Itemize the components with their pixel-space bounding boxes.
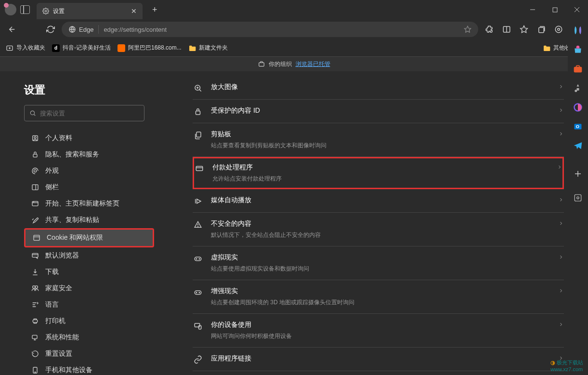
telegram-icon[interactable] [573,141,583,151]
svg-point-54 [196,292,197,293]
row-title: 付款处理程序 [212,163,549,172]
row-desc: 站点要查看复制到剪贴板的文本和图像时询问 [211,142,550,150]
nav-item-0[interactable]: 个人资料 [24,130,154,146]
nav-icon [31,151,39,158]
nav-item-7[interactable]: 默认浏览器 [24,247,154,264]
setting-row-8[interactable]: 你的设备使用网站可询问你何时积极使用设备 [193,314,564,348]
chevron-right-icon [558,84,564,90]
nav-item-1[interactable]: 隐私、搜索和服务 [24,146,154,163]
svg-point-51 [196,259,197,259]
tab-actions-icon[interactable] [20,5,30,14]
setting-row-9[interactable]: 应用程序链接 [193,348,564,371]
favorites-icon[interactable] [516,21,532,38]
row-icon [194,164,205,173]
svg-rect-29 [34,235,39,241]
svg-point-21 [34,137,36,139]
refresh-button[interactable] [42,21,59,38]
outlook-icon[interactable]: O [573,121,583,132]
nav-item-2[interactable]: 外观 [24,163,154,179]
extensions-icon[interactable] [481,21,497,38]
row-desc: 允许站点安装付款处理程序 [212,175,549,183]
svg-rect-2 [553,8,557,12]
search-input[interactable] [40,110,139,117]
address-bar[interactable]: Edge edge://settings/content [62,22,478,37]
nav-icon [31,183,39,191]
chevron-right-icon [558,288,564,294]
split-screen-icon[interactable] [498,21,515,38]
row-title: 虚拟现实 [211,253,550,262]
setting-row-5[interactable]: 不安全的内容默认情况下，安全站点会阻止不安全的内容 [193,213,564,246]
bookmark-folder[interactable]: 新建文件夹 [188,44,228,52]
svg-point-65 [577,197,579,199]
setting-row-1[interactable]: 受保护的内容 ID [193,100,564,123]
nav-label: 家庭安全 [45,284,72,293]
setting-row-0[interactable]: 放大图像 [193,76,564,100]
toolbar: Edge edge://settings/content [0,19,588,39]
nav-item-13[interactable]: 重置设置 [24,346,154,362]
bm-label: 新建文件夹 [199,44,228,52]
setting-row-3[interactable]: 付款处理程序允许站点安装付款处理程序 [193,157,564,189]
address-url: edge://settings/content [104,26,459,33]
settings-content: 放大图像受保护的内容 ID剪贴板站点要查看复制到剪贴板的文本和图像时询问付款处理… [171,71,588,375]
site-identity[interactable]: Edge [68,26,93,33]
nav-item-8[interactable]: 下载 [24,264,154,280]
favorite-star-icon[interactable] [464,26,471,33]
profile-avatar[interactable] [5,4,16,15]
nav-icon [31,200,39,207]
svg-point-12 [558,28,560,31]
back-button[interactable] [4,21,20,38]
browser-tab[interactable]: 设置 ✕ [37,3,143,19]
row-icon [193,288,203,297]
settings-heading: 设置 [24,83,171,97]
bookmark-1688[interactable]: 阿里巴巴1688.com... [118,44,182,52]
sidebar-settings-icon[interactable] [573,193,583,203]
svg-rect-24 [32,185,38,190]
svg-point-23 [34,169,36,172]
shopping-icon[interactable] [573,44,583,55]
nav-label: 重置设置 [45,349,72,358]
nav-item-12[interactable]: 系统和性能 [24,329,154,346]
setting-row-4[interactable]: 媒体自动播放 [193,189,564,213]
setting-row-2[interactable]: 剪贴板站点要查看复制到剪贴板的文本和图像时询问 [193,123,564,157]
minimize-button[interactable] [522,0,544,19]
nav-item-11[interactable]: 打印机 [24,313,154,329]
nav-label: 系统和性能 [45,333,79,342]
nav-item-14[interactable]: 手机和其他设备 [24,362,154,375]
row-icon [193,107,203,116]
row-icon [193,220,203,229]
nav-item-6[interactable]: Cookie 和网站权限 [24,228,154,247]
setting-row-7[interactable]: 增强现实站点要创建周围环境的 3D 地图或跟踪摄像头位置时询问 [193,280,564,314]
notice-link[interactable]: 浏览器已托管 [296,60,330,68]
settings-search[interactable] [24,105,144,121]
nav-item-9[interactable]: 家庭安全 [24,280,154,297]
import-favorites[interactable]: 导入收藏夹 [6,44,45,52]
svg-point-33 [33,286,35,288]
row-icon [193,322,203,330]
add-sidebar-icon[interactable] [573,168,583,179]
setting-row-6[interactable]: 虚拟现实站点要使用虚拟现实设备和数据时询问 [193,246,564,280]
svg-point-28 [33,202,34,202]
nav-item-3[interactable]: 侧栏 [24,179,154,195]
nav-label: 个人资料 [45,134,72,142]
collections-icon[interactable] [533,21,549,38]
new-tab-button[interactable]: + [152,5,157,15]
bm-label: 阿里巴巴1688.com... [128,44,182,52]
nav-icon [31,216,39,224]
svg-point-11 [555,26,562,33]
office-icon[interactable] [573,102,583,113]
chevron-right-icon [558,107,564,113]
copilot-icon[interactable] [573,25,583,36]
browser-essentials-icon[interactable] [550,21,567,38]
nav-icon [31,252,39,259]
nav-item-4[interactable]: 开始、主页和新建标签页 [24,195,154,212]
tools-icon[interactable] [573,64,583,74]
bookmark-douyin[interactable]: d 抖音-记录美好生活 [52,44,111,52]
games-icon[interactable] [573,83,583,93]
nav-item-5[interactable]: 共享、复制和粘贴 [24,212,154,228]
close-tab-icon[interactable]: ✕ [131,7,137,15]
row-title: 增强现实 [211,287,550,296]
close-window-button[interactable] [566,0,588,19]
nav-item-10[interactable]: 语言 [24,297,154,313]
tab-title: 设置 [53,7,127,15]
maximize-button[interactable] [544,0,566,19]
